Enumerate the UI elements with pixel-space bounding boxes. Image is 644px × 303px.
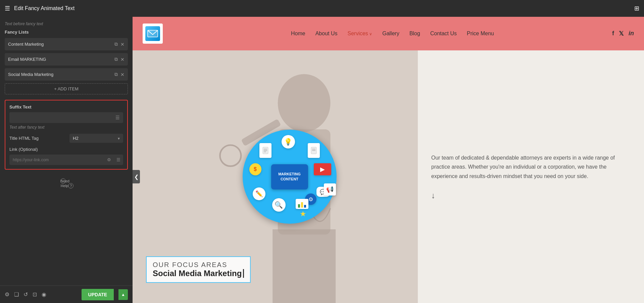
preview-icon[interactable]: ◉: [42, 291, 46, 298]
fancy-item-3: Social Media Marketing ⧉ ✕: [5, 68, 128, 81]
copy-icon-2[interactable]: ⧉: [114, 56, 118, 62]
database-icon-link[interactable]: ☰: [114, 155, 123, 165]
help-icon: ?: [68, 183, 73, 188]
focus-areas-label: OUR FOCUS AREAS: [153, 261, 244, 269]
copy-icon-1[interactable]: ⧉: [114, 41, 118, 47]
layers-icon[interactable]: ❑: [14, 291, 19, 298]
link-optional-label: Link (Optional): [9, 147, 123, 152]
text-after-fancy-label: Text after fancy text: [9, 125, 123, 130]
sidebar: Text before fancy text Fancy Lists Conte…: [0, 17, 133, 303]
update-button[interactable]: UPDATE: [82, 289, 114, 300]
fancy-item-1: Content Marketing ⧉ ✕: [5, 38, 128, 50]
add-item-button[interactable]: + ADD ITEM: [5, 83, 128, 94]
linkedin-icon[interactable]: in: [629, 30, 634, 37]
nav-logo: [143, 24, 163, 44]
megaphone-icon: 📢: [324, 183, 336, 196]
nav-link-gallery[interactable]: Gallery: [382, 31, 399, 37]
nav-link-services[interactable]: Services: [348, 31, 373, 37]
bottom-toolbar: ⚙ ❑ ↺ ⊡ ◉ UPDATE ▲: [0, 286, 133, 303]
nav-social: f 𝕏 in: [612, 30, 634, 37]
preview-content: ❮: [133, 50, 644, 303]
star-icon: ★: [300, 210, 306, 218]
cursor-bar: [243, 269, 244, 278]
settings-icon[interactable]: ⚙: [5, 291, 9, 298]
down-arrow-icon: ↓: [431, 191, 631, 200]
copy-icon-3[interactable]: ⧉: [114, 72, 118, 77]
update-dropdown-button[interactable]: ▲: [118, 289, 128, 300]
gear-icon-link[interactable]: ⚙: [104, 155, 114, 165]
title-html-tag-select-wrapper: H1 H2 H3 H4 H5 H6 p span div: [69, 134, 123, 143]
hero-section: 💡 $ ▶ MARK: [133, 50, 644, 303]
top-bar: ☰ Edit Fancy Animated Text ⊞: [0, 0, 644, 17]
hero-right-text: Our team of dedicated & dependable attor…: [431, 153, 631, 181]
responsive-icon[interactable]: ⊡: [33, 291, 37, 298]
focus-sub-label: Social Media Marketing: [153, 269, 244, 278]
close-icon-2[interactable]: ✕: [120, 57, 125, 62]
twitter-icon[interactable]: 𝕏: [619, 30, 624, 37]
doc-icon-1: [259, 143, 271, 158]
close-icon-1[interactable]: ✕: [120, 42, 125, 47]
suffix-input-row: ☰: [9, 112, 123, 123]
main-layout: Text before fancy text Fancy Lists Conte…: [0, 17, 644, 303]
fancy-item-label-3: Social Media Marketing: [8, 72, 112, 77]
search-icon: 🔍: [272, 198, 286, 212]
chevron-left-icon: ❮: [134, 174, 139, 180]
nav-link-home[interactable]: Home: [291, 31, 305, 37]
link-input-row: ⚙ ☰: [9, 155, 123, 165]
hero-text-overlay: OUR FOCUS AREAS Social Media Marketing: [146, 256, 251, 283]
hamburger-icon[interactable]: ☰: [5, 5, 10, 12]
grid-icon[interactable]: ⊞: [634, 5, 639, 12]
fancy-item-label-1: Content Marketing: [8, 42, 112, 47]
title-html-tag-label: Title HTML Tag: [9, 136, 69, 141]
suffix-input[interactable]: [9, 113, 112, 123]
preview-nav: Home About Us Services Gallery Blog Cont…: [133, 17, 644, 50]
nav-logo-inner: [145, 26, 160, 41]
fancy-lists-label: Fancy Lists: [5, 30, 128, 35]
play-icon: ▶: [314, 163, 331, 175]
suffix-text-label: Suffix Text: [9, 104, 123, 110]
preview-area: Home About Us Services Gallery Blog Cont…: [133, 17, 644, 303]
title-html-tag-row: Title HTML Tag H1 H2 H3 H4 H5 H6 p span …: [9, 134, 123, 143]
svg-point-3: [278, 74, 331, 132]
fancy-item-2: Email MARKETING ⧉ ✕: [5, 53, 128, 66]
chart-icon: [296, 199, 308, 209]
marketing-content-text: MARKETING CONTENT: [271, 172, 308, 182]
page-title: Edit Fancy Animated Text: [14, 5, 634, 11]
need-help[interactable]: Need Help ?: [5, 173, 128, 194]
link-input[interactable]: [9, 155, 104, 165]
doc-icon-2: [308, 143, 320, 158]
text-before-fancy-label: Text before fancy text: [5, 21, 128, 26]
nav-link-blog[interactable]: Blog: [409, 31, 420, 37]
nav-link-about[interactable]: About Us: [315, 31, 338, 37]
svg-rect-5: [273, 229, 336, 303]
fancy-item-label-2: Email MARKETING: [8, 57, 112, 62]
hero-image-area: 💡 $ ▶ MARK: [133, 50, 418, 303]
nav-link-contact[interactable]: Contact Us: [430, 31, 457, 37]
suffix-section: Suffix Text ☰ Text after fancy text Titl…: [5, 100, 128, 170]
nav-link-price[interactable]: Price Menu: [467, 31, 494, 37]
database-icon-suffix[interactable]: ☰: [112, 112, 123, 123]
nav-links: Home About Us Services Gallery Blog Cont…: [173, 31, 612, 37]
center-screen: MARKETING CONTENT: [271, 164, 308, 189]
facebook-icon[interactable]: f: [612, 30, 614, 37]
dollar-icon: $: [249, 163, 261, 175]
marketing-circle: 💡 $ ▶ MARK: [243, 130, 337, 224]
sidebar-content: Text before fancy text Fancy Lists Conte…: [0, 17, 133, 286]
pencil-icon: ✏️: [253, 187, 265, 200]
history-icon[interactable]: ↺: [23, 291, 28, 298]
hero-right: Our team of dedicated & dependable attor…: [418, 50, 644, 303]
close-icon-3[interactable]: ✕: [120, 72, 125, 77]
collapse-arrow[interactable]: ❮: [133, 170, 140, 183]
title-html-tag-select[interactable]: H1 H2 H3 H4 H5 H6 p span div: [69, 134, 123, 143]
lightbulb-icon: 💡: [282, 135, 295, 148]
